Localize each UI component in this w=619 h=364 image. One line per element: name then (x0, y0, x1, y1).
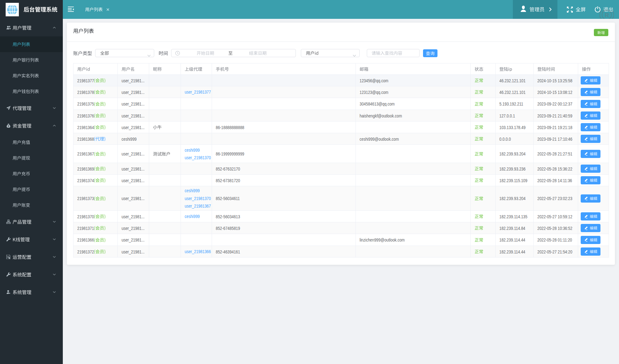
svg-text:R: R (605, 12, 609, 19)
